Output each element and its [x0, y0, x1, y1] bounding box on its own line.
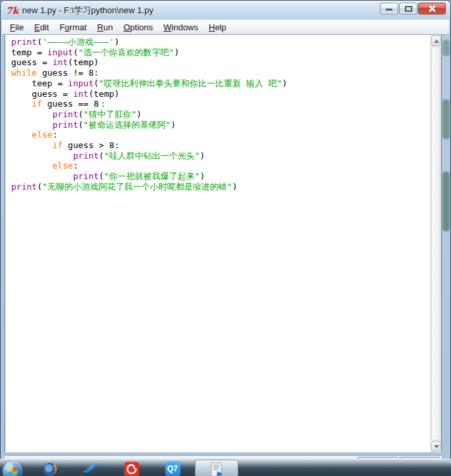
code-line-8: print("猜中了肛你") — [11, 109, 430, 120]
blue-app-icon: Q7 — [165, 462, 180, 476]
code-line-13: else: — [11, 161, 430, 171]
start-button[interactable] — [3, 462, 22, 476]
menubar: FileEditFormatRunOptionsWindowsHelp — [2, 20, 449, 35]
close-icon — [428, 5, 436, 13]
scrollbar-thumb[interactable] — [431, 47, 440, 440]
code-line-4: while guess != 8: — [11, 68, 430, 78]
vertical-scrollbar[interactable] — [430, 35, 441, 452]
code-line-2: temp = input("选一个你喜欢的数字吧") — [11, 47, 430, 58]
arrow-up-icon — [434, 40, 439, 43]
firefox-icon — [42, 462, 58, 476]
tk-app-icon: 7k — [6, 6, 18, 15]
taskbar-button-red-app[interactable] — [113, 460, 150, 476]
taskbar-button-blue-app[interactable]: Q7 — [154, 460, 191, 476]
menu-item-edit[interactable]: Edit — [29, 21, 54, 34]
code-line-15: print("无聊的小游戏阿花了我一个小时呢都是缩进的错") — [11, 182, 430, 192]
menu-item-file[interactable]: File — [5, 21, 29, 34]
maximize-button[interactable] — [399, 3, 417, 14]
menu-item-run[interactable]: Run — [92, 21, 119, 34]
window-controls — [380, 3, 446, 14]
minimize-icon — [386, 9, 392, 11]
taskbar-button-editor-active[interactable] — [195, 460, 238, 476]
code-area[interactable]: print('————小游戏———')temp = input("选一个你喜欢的… — [5, 35, 430, 452]
swallow-bird-icon — [82, 462, 99, 476]
code-line-6: guess = int(temp) — [11, 89, 430, 99]
taskbar: Q7 — [0, 459, 451, 476]
menu-item-format[interactable]: Format — [54, 21, 92, 34]
wallpaper-bleed — [442, 40, 450, 56]
code-line-10: else: — [11, 130, 430, 140]
windows-logo-icon — [8, 467, 17, 475]
code-line-12: print("哇人群中钻出一个光头") — [11, 151, 430, 161]
idle-editor-window: 7k new 1.py - F:\学习python\new 1.py FileE… — [0, 0, 451, 473]
code-line-11: if guess > 8: — [11, 140, 430, 151]
taskbar-button-firefox[interactable] — [32, 460, 68, 476]
menu-item-windows[interactable]: Windows — [158, 21, 203, 34]
code-line-1: print('————小游戏———') — [11, 37, 430, 47]
maximize-icon — [405, 6, 412, 12]
screen: 7k new 1.py - F:\学习python\new 1.py FileE… — [0, 0, 451, 476]
menu-item-options[interactable]: Options — [118, 21, 158, 34]
editor-content: print('————小游戏———')temp = input("选一个你喜欢的… — [5, 35, 442, 452]
menu-item-help[interactable]: Help — [203, 21, 232, 34]
code-line-14: print("你一把就被我爆了起来") — [11, 171, 430, 182]
code-line-9: print("被命运选择的基佬阿") — [11, 120, 430, 130]
close-button[interactable] — [418, 3, 446, 14]
wallpaper-bleed — [442, 99, 450, 139]
taskbar-button-bird-browser[interactable] — [72, 460, 109, 476]
document-icon — [209, 462, 225, 476]
wallpaper-bleed — [442, 172, 450, 231]
red-app-icon — [124, 462, 140, 476]
arrow-down-icon — [434, 445, 439, 448]
code-line-5: teep = input("哎呀比利伸出拳头要和你比一比重新 输入 吧") — [11, 78, 430, 89]
code-line-7: if guess == 8： — [11, 99, 430, 109]
titlebar[interactable]: 7k new 1.py - F:\学习python\new 1.py — [1, 1, 450, 20]
scroll-down-button[interactable] — [431, 441, 440, 452]
scroll-up-button[interactable] — [431, 36, 440, 46]
window-title: new 1.py - F:\学习python\new 1.py — [22, 5, 153, 16]
code-line-3: guess = int(temp) — [11, 57, 430, 68]
minimize-button[interactable] — [380, 3, 398, 14]
